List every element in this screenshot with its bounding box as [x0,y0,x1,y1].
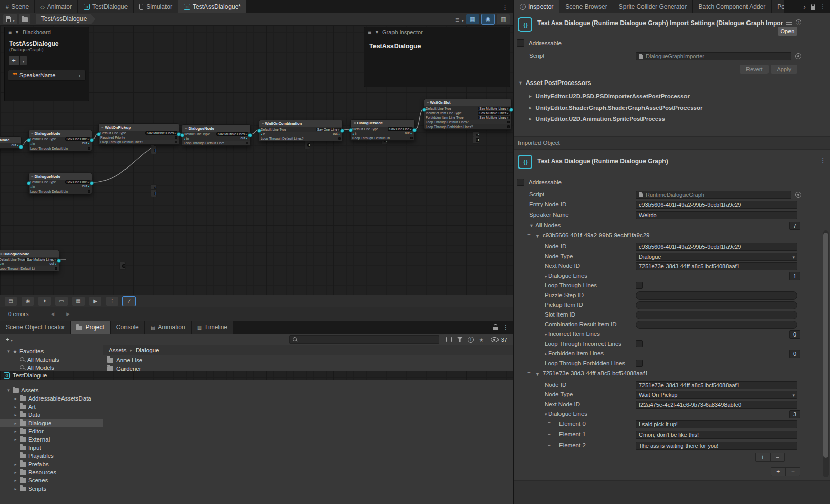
dialogue-node[interactable]: DialogueNode Default Line Type Say One L… [28,173,92,194]
drag-handle-icon[interactable] [527,370,531,376]
property-label[interactable]: Puzzle Step ID [545,292,584,298]
lock-icon[interactable] [811,6,815,10]
property-value[interactable]: 3 [789,410,800,418]
node-row[interactable]: out [0,143,21,148]
node-row-value[interactable]: Say Multiple Lines [478,111,510,115]
project-search-input[interactable] [289,335,439,344]
property-label[interactable]: Incorrect Item Lines [545,331,600,337]
all-nodes-row[interactable]: ▼ All Nodes 7 [514,222,830,230]
node-row[interactable]: Loop Through Default Lines? [29,189,92,194]
foldout-arrow-icon[interactable]: ▼ [6,349,11,354]
property-label[interactable]: Slot Item ID [545,311,575,318]
property-value[interactable]: 7251e73e-38d3-44ff-a8c5-bcf54088aaf1 [636,262,797,270]
expand-property-icon[interactable]: ‹ [79,72,81,79]
node-row-value[interactable]: out [11,144,19,148]
node-row-value[interactable]: Say Multiple Lines [145,131,177,135]
inspector-tab[interactable]: Sprite Collider Generator [613,0,693,13]
dialogue-node[interactable]: DialogueNode Default Line Type Say One L… [350,119,415,141]
node-row[interactable]: Default Line Type Say Multiple Lines [182,132,250,136]
foldout-arrow-icon[interactable]: ▸ [13,487,18,491]
property-label[interactable]: Next Node ID [545,263,580,269]
node-title[interactable]: DialogueNode [0,250,59,257]
dialogue-node[interactable]: DialogueNode Default Line Type Say Multi… [0,250,59,271]
property-label[interactable]: Forbidden Item Lines [545,350,604,356]
drag-handle-icon[interactable] [548,442,551,448]
property-label[interactable]: Node ID [545,382,566,388]
property-label[interactable]: Loop Through Lines [545,282,597,288]
node-row[interactable]: Number of Default Lines 1 [119,262,126,270]
foldout-arrow-icon[interactable]: ▼ [535,234,540,239]
property-value[interactable]: f22a475e-4c2f-41c6-9b73-6a83498abfe0 [636,401,797,409]
previous-error-button[interactable]: ◀ [47,309,58,319]
node-row[interactable]: Loop Through Default Lines? [99,140,179,144]
chevron-down-icon[interactable] [462,15,464,24]
node-row-value[interactable]: out [81,142,90,145]
help-icon[interactable] [796,19,801,25]
collapse-arrow-icon[interactable]: ▼ [375,30,379,35]
play-icon[interactable]: ▶ [89,297,101,306]
image-icon[interactable]: ▦ [72,297,85,306]
node-row-value[interactable]: Say One Line [316,128,341,131]
remove-element-button[interactable]: − [771,453,785,461]
create-asset-button[interactable]: + [4,335,15,344]
node-row[interactable]: Incorrect Item Line Type Say Multiple Li… [424,111,511,115]
object-menu-icon[interactable]: ⋮ [820,157,826,164]
node-row[interactable]: Loop Through Default Lines? [29,146,92,151]
hamburger-icon[interactable] [368,29,371,36]
node-row-value[interactable]: out [49,262,57,266]
node-row-value[interactable] [338,137,341,140]
node-row[interactable]: Loop Through Default Lines? [351,136,414,140]
dialogue-graph-canvas[interactable]: ▼ Blackboard TestAssDialogue (DialogueGr… [0,26,513,295]
project-file-list[interactable]: Assets ▸ Dialogue Anne Lise Gardener Tes… [103,345,513,504]
script-object-field[interactable]: RuntimeDialogueGraph [636,191,791,199]
property-label[interactable]: Dialogue Lines [545,411,587,417]
foldout-arrow-icon[interactable]: ▸ [13,396,18,401]
lock-icon[interactable] [493,327,498,330]
tree-folder-item[interactable]: ▸ Data [0,411,103,419]
dialogue-node[interactable]: DialogueNode Default Line Type Say One L… [28,130,92,151]
node-row-value[interactable]: out [240,137,248,140]
property-value[interactable] [636,340,643,347]
node-row[interactable]: in out [29,184,92,189]
blackboard-header[interactable]: ▼ Blackboard [5,27,89,37]
node-row-value[interactable]: 1 [122,264,126,268]
inspector-scrollbar[interactable] [823,230,829,477]
node-row[interactable]: Default Dialogue Line Mead, that's it! [473,136,479,144]
favorites-root[interactable]: ▼ Favorites [0,347,103,355]
node-row-value[interactable] [175,136,177,139]
add-element-button[interactable]: + [771,468,786,476]
node-row[interactable]: Loop Through Default Lines? [259,136,342,141]
wait-on-pickup-node[interactable]: WaitOnPickup Default Line Type Say Multi… [98,123,179,145]
tree-folder-item[interactable]: ▸ Scenes [0,476,103,485]
script-object-field[interactable]: DialogueGraphImporter [636,52,791,60]
dialogue-node[interactable]: DialogueNode Default Line Type Say Multi… [182,124,251,146]
tree-folder-item[interactable]: ▸ Prefabs [0,460,103,468]
add-element-button[interactable]: + [756,453,771,461]
foldout-arrow-icon[interactable]: ▸ [13,437,18,442]
panel-tab[interactable]: Timeline [192,321,234,334]
speaker-name-field[interactable]: Weirdo [636,211,797,219]
inspector-tab[interactable]: Batch Component Adder [693,0,772,13]
assets-root[interactable]: ▼ Assets [0,386,103,394]
node-row[interactable]: Default Line Type Say One Line [29,180,92,184]
node-row-value[interactable]: Say One Line [388,127,413,131]
window-icon[interactable]: ▭ [55,297,68,306]
node-row[interactable]: Default Line Type Say Multiple Lines [0,257,59,262]
file-list-item[interactable]: Anne Lise [103,355,513,364]
node-title[interactable]: StartNode [0,137,21,143]
tab-list-menu-icon[interactable]: ⋮ [497,3,513,11]
save-button[interactable] [3,14,17,24]
node-row[interactable]: in out [182,136,250,141]
drag-handle-icon[interactable] [548,431,551,437]
tree-folder-item[interactable]: ▸ Editor [0,427,103,435]
packages-filter-icon[interactable] [446,337,452,342]
element-value-field[interactable]: I said pick it up! [636,420,797,428]
panel-tab[interactable]: Scene Object Locator [0,321,71,334]
node-title[interactable]: WaitOnPickup [99,124,179,131]
tree-folder-item[interactable]: ▸ Resources [0,468,103,476]
node-row-value[interactable] [175,141,177,143]
node-row-value[interactable]: Mead, that's it! [476,138,479,142]
graph-inspector-panel[interactable]: ▼ Graph Inspector TestAssDialogue [364,27,510,87]
node-title[interactable]: DialogueNode [182,125,250,132]
tree-folder-item[interactable]: ▸ External [0,435,103,444]
